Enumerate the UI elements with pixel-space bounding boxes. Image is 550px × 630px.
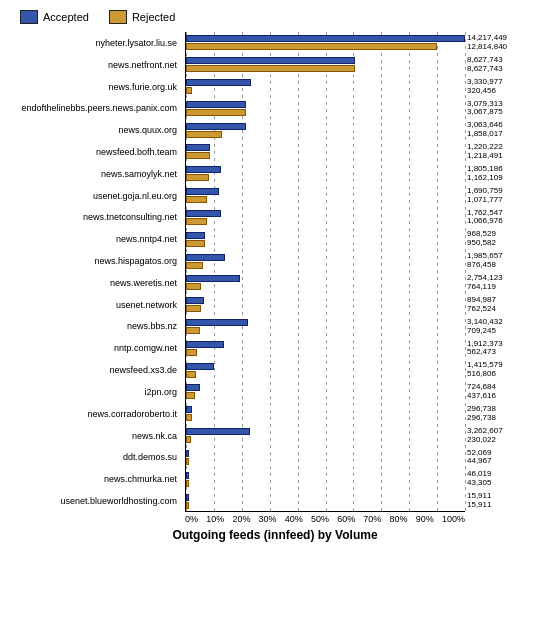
- y-label: news.netfront.net: [10, 54, 181, 76]
- bar-values: 2,754,123764,119: [467, 272, 503, 294]
- legend-accepted-box: [20, 10, 38, 24]
- bar-rejected: [186, 174, 209, 181]
- y-label: i2pn.org: [10, 381, 181, 403]
- bar-row: [186, 316, 465, 338]
- y-label: endofthelinebbs.peers.news.panix.com: [10, 97, 181, 119]
- bar-accepted: [186, 428, 250, 435]
- y-label: usenet.blueworldhosting.com: [10, 490, 181, 512]
- bar-rejected: [186, 371, 196, 378]
- bar-rejected: [186, 43, 437, 50]
- bar-values: 14,217,44912,814,840: [467, 32, 507, 54]
- bar-values: 15,91115,911: [467, 490, 491, 512]
- y-label: news.nntp4.net: [10, 228, 181, 250]
- bar-accepted: [186, 275, 240, 282]
- bar-values: 8,627,7438,627,743: [467, 54, 503, 76]
- bar-values: 3,262,607230,022: [467, 425, 503, 447]
- bar-row: [186, 207, 465, 229]
- bar-values: 3,079,3133,067,875: [467, 97, 503, 119]
- y-label: usenet.network: [10, 294, 181, 316]
- bar-values: 1,912,373562,473: [467, 337, 503, 359]
- bar-values: 52,06944,967: [467, 447, 491, 469]
- x-axis-label: 70%: [363, 514, 381, 524]
- bar-accepted: [186, 210, 221, 217]
- bar-values: 894,987762,524: [467, 294, 496, 316]
- y-label: news.hispagatos.org: [10, 250, 181, 272]
- y-label: news.bbs.nz: [10, 316, 181, 338]
- bar-accepted: [186, 341, 224, 348]
- bar-accepted: [186, 297, 204, 304]
- bar-rejected: [186, 65, 355, 72]
- bar-values: 1,415,579516,806: [467, 359, 503, 381]
- chart-container: Accepted Rejected nyheter.lysator.liu.se…: [0, 0, 550, 630]
- bar-accepted: [186, 406, 192, 413]
- legend-accepted: Accepted: [20, 10, 89, 24]
- x-axis-label: 50%: [311, 514, 329, 524]
- bar-accepted: [186, 319, 248, 326]
- bars-area: [185, 32, 465, 512]
- y-label: newsfeed.bofh.team: [10, 141, 181, 163]
- x-axis-label: 10%: [206, 514, 224, 524]
- bar-accepted: [186, 57, 355, 64]
- x-axis-label: 20%: [232, 514, 250, 524]
- bar-row: [186, 185, 465, 207]
- bar-values: 1,805,1861,162,109: [467, 163, 503, 185]
- bar-rejected: [186, 218, 207, 225]
- y-label: usenet.goja.nl.eu.org: [10, 185, 181, 207]
- bar-rejected: [186, 196, 207, 203]
- bar-accepted: [186, 35, 465, 42]
- bar-values: 1,985,657876,458: [467, 250, 503, 272]
- bar-accepted: [186, 188, 219, 195]
- y-labels: nyheter.lysator.liu.senews.netfront.netn…: [10, 32, 185, 512]
- chart-area: nyheter.lysator.liu.senews.netfront.netn…: [10, 32, 540, 512]
- bar-row: [186, 228, 465, 250]
- legend-rejected-box: [109, 10, 127, 24]
- chart-title: Outgoing feeds (innfeed) by Volume: [10, 528, 540, 542]
- y-label: news.furie.org.uk: [10, 76, 181, 98]
- bar-row: [186, 97, 465, 119]
- bar-row: [186, 32, 465, 54]
- bar-row: [186, 76, 465, 98]
- bar-rejected: [186, 109, 246, 116]
- bar-row: [186, 425, 465, 447]
- bar-row: [186, 272, 465, 294]
- bar-row: [186, 490, 465, 512]
- legend: Accepted Rejected: [10, 10, 540, 24]
- bar-row: [186, 119, 465, 141]
- bar-rejected: [186, 240, 205, 247]
- y-label: news.quux.org: [10, 119, 181, 141]
- bar-values: 3,330,977320,456: [467, 76, 503, 98]
- bar-values: 724,684437,616: [467, 381, 496, 403]
- bar-row: [186, 381, 465, 403]
- bar-row: [186, 294, 465, 316]
- bar-values: 1,762,5471,066,976: [467, 207, 503, 229]
- y-label: news.chmurka.net: [10, 468, 181, 490]
- bar-rejected: [186, 480, 189, 487]
- y-label: ddt.demos.su: [10, 446, 181, 468]
- bar-values: 3,063,6461,858,017: [467, 119, 503, 141]
- x-axis-label: 0%: [185, 514, 198, 524]
- y-label: news.nk.ca: [10, 425, 181, 447]
- right-labels: 14,217,44912,814,8408,627,7438,627,7433,…: [465, 32, 540, 512]
- bar-rejected: [186, 152, 210, 159]
- bar-accepted: [186, 79, 251, 86]
- bar-values: 1,690,7591,071,777: [467, 185, 503, 207]
- bar-accepted: [186, 494, 189, 501]
- bar-rejected: [186, 414, 192, 421]
- bar-accepted: [186, 472, 189, 479]
- bar-values: 3,140,432709,245: [467, 316, 503, 338]
- bar-row: [186, 54, 465, 76]
- bar-rejected: [186, 87, 192, 94]
- bar-values: 296,738296,738: [467, 403, 496, 425]
- bar-rejected: [186, 262, 203, 269]
- bar-row: [186, 447, 465, 469]
- x-axis-label: 30%: [259, 514, 277, 524]
- bar-accepted: [186, 144, 210, 151]
- bar-rejected: [186, 131, 222, 138]
- bar-accepted: [186, 254, 225, 261]
- bar-rejected: [186, 502, 189, 509]
- bar-rejected: [186, 349, 197, 356]
- x-axis-label: 40%: [285, 514, 303, 524]
- y-label: news.weretis.net: [10, 272, 181, 294]
- y-label: news.tnetconsulting.net: [10, 207, 181, 229]
- bar-values: 1,220,2221,218,491: [467, 141, 503, 163]
